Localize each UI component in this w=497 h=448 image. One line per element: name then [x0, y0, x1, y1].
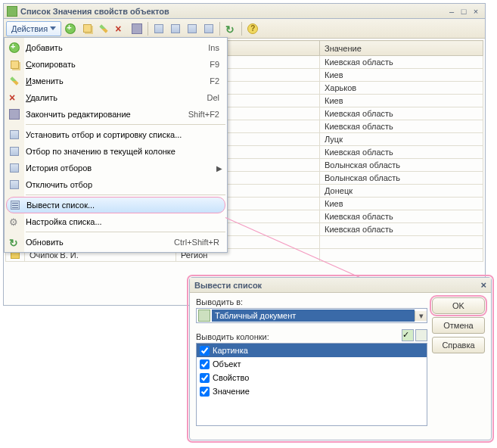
spreadsheet-icon [198, 310, 210, 322]
cell-value: Киевская область [320, 120, 483, 133]
pencil-icon [100, 24, 108, 33]
cell-value: Волынская область [320, 172, 483, 185]
filter-icon [10, 147, 19, 156]
copy-button[interactable] [79, 21, 95, 36]
columns-label: Выводить колонки: [196, 332, 402, 341]
menu-delete[interactable]: × Удалить Del [5, 89, 227, 106]
cell-value: Волынская область [320, 159, 483, 172]
actions-label: Действия [11, 24, 48, 33]
save-button[interactable] [129, 21, 144, 36]
filter-icon [10, 130, 19, 139]
menu-add[interactable]: Добавить Ins [5, 39, 227, 56]
help-button[interactable]: ? [245, 21, 260, 36]
delete-button[interactable]: × [113, 21, 128, 36]
menu-end-edit[interactable]: Закончить редактирование Shift+F2 [5, 106, 227, 123]
cell-value: Киев [320, 95, 483, 107]
column-checkbox[interactable] [200, 373, 210, 383]
column-checkbox[interactable] [200, 346, 210, 356]
columns-listbox[interactable]: КартинкаОбъектСвойствоЗначение [196, 343, 427, 426]
dialog-close-button[interactable]: × [480, 279, 486, 291]
menu-separator [26, 232, 225, 232]
filter-set-button[interactable] [151, 21, 166, 36]
menu-set-filter[interactable]: Установить отбор и сортировку списка... [5, 126, 227, 143]
maximize-button[interactable]: □ [458, 7, 470, 16]
plus-icon [9, 42, 20, 53]
filter-icon [10, 163, 19, 173]
dialog-title: Вывести список [194, 281, 262, 290]
filter-icon [171, 24, 180, 33]
ok-button[interactable]: OK [432, 297, 485, 314]
menu-filter-by-value[interactable]: Отбор по значению в текущей колонке [5, 143, 227, 160]
filter-icon [188, 24, 197, 33]
cancel-button[interactable]: Отмена [432, 317, 485, 334]
menu-separator [26, 194, 225, 195]
separator [241, 22, 242, 36]
output-to-label: Выводить в: [196, 297, 427, 306]
column-checkbox-row[interactable]: Картинка [197, 344, 427, 357]
toolbar: Действия × ↻ ? [4, 19, 485, 39]
menu-list-settings[interactable]: ⚙ Настройка списка... [5, 213, 227, 230]
cell-value: Киев [320, 198, 483, 210]
menu-edit[interactable]: Изменить F2 [5, 73, 227, 89]
column-checkbox-row[interactable]: Объект [197, 357, 427, 371]
filter-history-button[interactable] [185, 21, 200, 36]
refresh-icon: ↻ [225, 23, 236, 34]
plus-icon [65, 23, 76, 34]
cell-value: Харьков [320, 82, 483, 95]
menu-filter-off[interactable]: Отключить отбор [5, 176, 227, 193]
column-label: Значение [213, 387, 250, 396]
submenu-arrow-icon: ▶ [216, 164, 222, 173]
cell-value: Луцк [320, 133, 483, 146]
minimize-button[interactable]: – [446, 7, 458, 16]
list-icon [11, 201, 20, 210]
chevron-down-icon [50, 26, 56, 30]
cell-value: Киевская область [320, 223, 483, 236]
column-checkbox[interactable] [200, 387, 210, 397]
filter-value-button[interactable] [168, 21, 183, 36]
refresh-icon: ↻ [9, 237, 20, 247]
column-label: Свойство [213, 373, 249, 382]
cell-value: Киевская область [320, 210, 483, 223]
output-to-value: Табличный документ [212, 310, 415, 322]
window-title: Список Значения свойств объектов [20, 7, 446, 16]
menu-refresh[interactable]: ↻ Обновить Ctrl+Shift+R [5, 234, 227, 250]
filter-icon [204, 24, 213, 33]
help-button[interactable]: Справка [432, 337, 485, 353]
menu-separator [26, 124, 225, 125]
actions-menu: Добавить Ins Скопировать F9 Изменить F2 … [4, 37, 228, 253]
refresh-button[interactable]: ↻ [223, 21, 238, 36]
cell-value: Донецк [320, 185, 483, 198]
dialog-titlebar: Вывести список × [190, 278, 491, 293]
menu-export-list[interactable]: Вывести список... [6, 197, 225, 213]
edit-button[interactable] [96, 21, 111, 36]
filter-off-button[interactable] [201, 21, 216, 36]
app-icon [7, 6, 17, 17]
delete-icon: × [9, 92, 20, 103]
close-button[interactable]: × [470, 7, 482, 16]
cell-value: Киев [320, 69, 483, 82]
cell-value: Киевская область [320, 107, 483, 120]
col-value[interactable]: Значение [320, 41, 483, 56]
output-to-combo[interactable]: Табличный документ ▾ [196, 308, 427, 323]
column-label: Объект [213, 359, 241, 369]
chevron-down-icon[interactable]: ▾ [415, 311, 427, 321]
column-checkbox-row[interactable]: Значение [197, 384, 427, 398]
column-checkbox-row[interactable]: Свойство [197, 371, 427, 384]
menu-filter-history[interactable]: История отборов ▶ [5, 160, 227, 176]
actions-button[interactable]: Действия [6, 21, 61, 36]
cell-value: Киевская область [320, 146, 483, 159]
copy-icon [11, 61, 19, 69]
save-icon [9, 109, 20, 120]
check-all-button[interactable]: ✓ [402, 329, 414, 341]
menu-copy[interactable]: Скопировать F9 [5, 56, 227, 73]
save-icon [132, 23, 142, 34]
column-checkbox[interactable] [200, 359, 210, 369]
help-icon: ? [247, 23, 258, 34]
cell-value: Киевская область [320, 56, 483, 69]
uncheck-all-button[interactable] [415, 329, 427, 341]
titlebar: Список Значения свойств объектов – □ × [4, 4, 485, 19]
add-button[interactable] [63, 21, 78, 36]
column-label: Картинка [213, 346, 248, 355]
delete-icon: × [115, 23, 126, 34]
filter-icon [10, 180, 19, 189]
